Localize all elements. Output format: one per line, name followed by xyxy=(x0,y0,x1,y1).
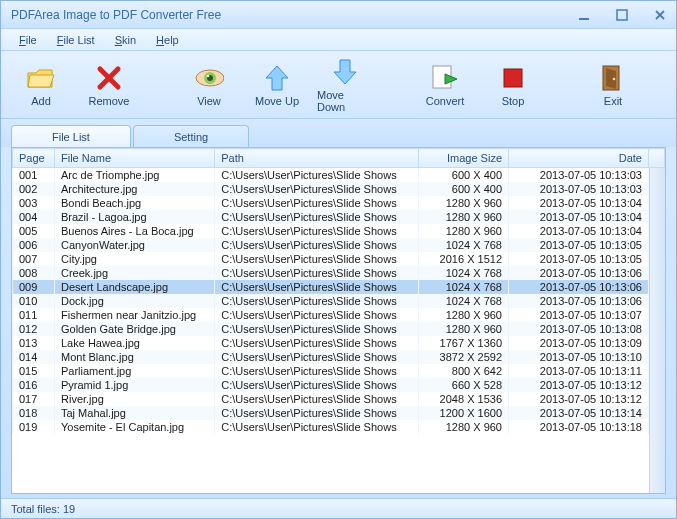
cell-filename: River.jpg xyxy=(55,392,215,406)
cell-path: C:\Users\User\Pictures\Slide Shows xyxy=(215,252,419,266)
cell-path: C:\Users\User\Pictures\Slide Shows xyxy=(215,350,419,364)
stop-button[interactable]: Stop xyxy=(485,57,541,113)
cell-size: 3872 X 2592 xyxy=(419,350,509,364)
remove-button[interactable]: Remove xyxy=(81,57,137,113)
table-row[interactable]: 007City.jpgC:\Users\User\Pictures\Slide … xyxy=(13,252,665,266)
cell-size: 2016 X 1512 xyxy=(419,252,509,266)
col-page[interactable]: Page xyxy=(13,149,55,168)
table-row[interactable]: 018Taj Mahal.jpgC:\Users\User\Pictures\S… xyxy=(13,406,665,420)
menu-file[interactable]: File xyxy=(11,32,45,48)
menu-file-list[interactable]: File List xyxy=(49,32,103,48)
table-row[interactable]: 009Desert Landscape.jpgC:\Users\User\Pic… xyxy=(13,280,665,294)
cell-page: 001 xyxy=(13,168,55,183)
table-container[interactable]: Page File Name Path Image Size Date 001A… xyxy=(12,148,665,493)
cell-filename: Buenos Aires - La Boca.jpg xyxy=(55,224,215,238)
cell-date: 2013-07-05 10:13:08 xyxy=(509,322,649,336)
cell-filename: Yosemite - El Capitan.jpg xyxy=(55,420,215,434)
view-label: View xyxy=(197,95,221,107)
cell-date: 2013-07-05 10:13:06 xyxy=(509,294,649,308)
cell-size: 1280 X 960 xyxy=(419,224,509,238)
table-row[interactable]: 002Architecture.jpgC:\Users\User\Picture… xyxy=(13,182,665,196)
minimize-button[interactable] xyxy=(574,7,594,23)
cell-page: 016 xyxy=(13,378,55,392)
table-row[interactable]: 011Fishermen near Janitzio.jpgC:\Users\U… xyxy=(13,308,665,322)
cell-page: 018 xyxy=(13,406,55,420)
cell-size: 2048 X 1536 xyxy=(419,392,509,406)
folder-open-icon xyxy=(26,63,56,93)
cell-filename: Fishermen near Janitzio.jpg xyxy=(55,308,215,322)
status-text: Total files: 19 xyxy=(11,503,75,515)
table-row[interactable]: 006CanyonWater.jpgC:\Users\User\Pictures… xyxy=(13,238,665,252)
table-row[interactable]: 014Mont Blanc.jpgC:\Users\User\Pictures\… xyxy=(13,350,665,364)
move-up-button[interactable]: Move Up xyxy=(249,57,305,113)
move-down-button[interactable]: Move Down xyxy=(317,57,373,113)
tabs: File List Setting xyxy=(1,119,676,147)
table-row[interactable]: 013Lake Hawea.jpgC:\Users\User\Pictures\… xyxy=(13,336,665,350)
table-row[interactable]: 016Pyramid 1.jpgC:\Users\User\Pictures\S… xyxy=(13,378,665,392)
cell-filename: City.jpg xyxy=(55,252,215,266)
table-row[interactable]: 008Creek.jpgC:\Users\User\Pictures\Slide… xyxy=(13,266,665,280)
table-row[interactable]: 004Brazil - Lagoa.jpgC:\Users\User\Pictu… xyxy=(13,210,665,224)
add-label: Add xyxy=(31,95,51,107)
statusbar: Total files: 19 xyxy=(1,498,676,518)
vertical-scrollbar[interactable] xyxy=(649,168,665,493)
cell-date: 2013-07-05 10:13:06 xyxy=(509,280,649,294)
move-down-label: Move Down xyxy=(317,89,373,113)
cell-date: 2013-07-05 10:13:07 xyxy=(509,308,649,322)
close-button[interactable] xyxy=(650,7,670,23)
table-row[interactable]: 001Arc de Triomphe.jpgC:\Users\User\Pict… xyxy=(13,168,665,183)
cell-path: C:\Users\User\Pictures\Slide Shows xyxy=(215,210,419,224)
table-row[interactable]: 017River.jpgC:\Users\User\Pictures\Slide… xyxy=(13,392,665,406)
cell-path: C:\Users\User\Pictures\Slide Shows xyxy=(215,224,419,238)
table-row[interactable]: 003Bondi Beach.jpgC:\Users\User\Pictures… xyxy=(13,196,665,210)
cell-filename: Golden Gate Bridge.jpg xyxy=(55,322,215,336)
cell-path: C:\Users\User\Pictures\Slide Shows xyxy=(215,280,419,294)
table-header-row: Page File Name Path Image Size Date xyxy=(13,149,665,168)
cell-size: 1024 X 768 xyxy=(419,294,509,308)
exit-button[interactable]: Exit xyxy=(585,57,641,113)
maximize-button[interactable] xyxy=(612,7,632,23)
cell-page: 002 xyxy=(13,182,55,196)
stop-icon xyxy=(498,63,528,93)
cell-filename: Bondi Beach.jpg xyxy=(55,196,215,210)
cell-path: C:\Users\User\Pictures\Slide Shows xyxy=(215,364,419,378)
svg-rect-1 xyxy=(617,10,627,20)
view-button[interactable]: View xyxy=(181,57,237,113)
col-filename[interactable]: File Name xyxy=(55,149,215,168)
tab-file-list[interactable]: File List xyxy=(11,125,131,147)
svg-rect-11 xyxy=(504,69,522,87)
cell-path: C:\Users\User\Pictures\Slide Shows xyxy=(215,196,419,210)
col-path[interactable]: Path xyxy=(215,149,419,168)
col-size[interactable]: Image Size xyxy=(419,149,509,168)
eye-icon xyxy=(194,63,224,93)
menu-help[interactable]: Help xyxy=(148,32,187,48)
cell-size: 600 X 400 xyxy=(419,182,509,196)
cell-date: 2013-07-05 10:13:14 xyxy=(509,406,649,420)
cell-date: 2013-07-05 10:13:03 xyxy=(509,168,649,183)
table-row[interactable]: 010Dock.jpgC:\Users\User\Pictures\Slide … xyxy=(13,294,665,308)
cell-path: C:\Users\User\Pictures\Slide Shows xyxy=(215,420,419,434)
cell-page: 014 xyxy=(13,350,55,364)
table-row[interactable]: 012Golden Gate Bridge.jpgC:\Users\User\P… xyxy=(13,322,665,336)
tab-setting[interactable]: Setting xyxy=(133,125,249,147)
cell-date: 2013-07-05 10:13:04 xyxy=(509,196,649,210)
table-row[interactable]: 005Buenos Aires - La Boca.jpgC:\Users\Us… xyxy=(13,224,665,238)
cell-date: 2013-07-05 10:13:12 xyxy=(509,378,649,392)
cell-date: 2013-07-05 10:13:03 xyxy=(509,182,649,196)
cell-filename: Dock.jpg xyxy=(55,294,215,308)
table-row[interactable]: 015Parliament.jpgC:\Users\User\Pictures\… xyxy=(13,364,665,378)
convert-button[interactable]: Convert xyxy=(417,57,473,113)
cell-page: 017 xyxy=(13,392,55,406)
cell-date: 2013-07-05 10:13:09 xyxy=(509,336,649,350)
cell-page: 009 xyxy=(13,280,55,294)
cell-size: 1024 X 768 xyxy=(419,266,509,280)
cell-page: 019 xyxy=(13,420,55,434)
table-row[interactable]: 019Yosemite - El Capitan.jpgC:\Users\Use… xyxy=(13,420,665,434)
menu-skin[interactable]: Skin xyxy=(107,32,144,48)
add-button[interactable]: Add xyxy=(13,57,69,113)
stop-label: Stop xyxy=(502,95,525,107)
cell-filename: Taj Mahal.jpg xyxy=(55,406,215,420)
cell-size: 660 X 528 xyxy=(419,378,509,392)
cell-size: 1280 X 960 xyxy=(419,308,509,322)
col-date[interactable]: Date xyxy=(509,149,649,168)
